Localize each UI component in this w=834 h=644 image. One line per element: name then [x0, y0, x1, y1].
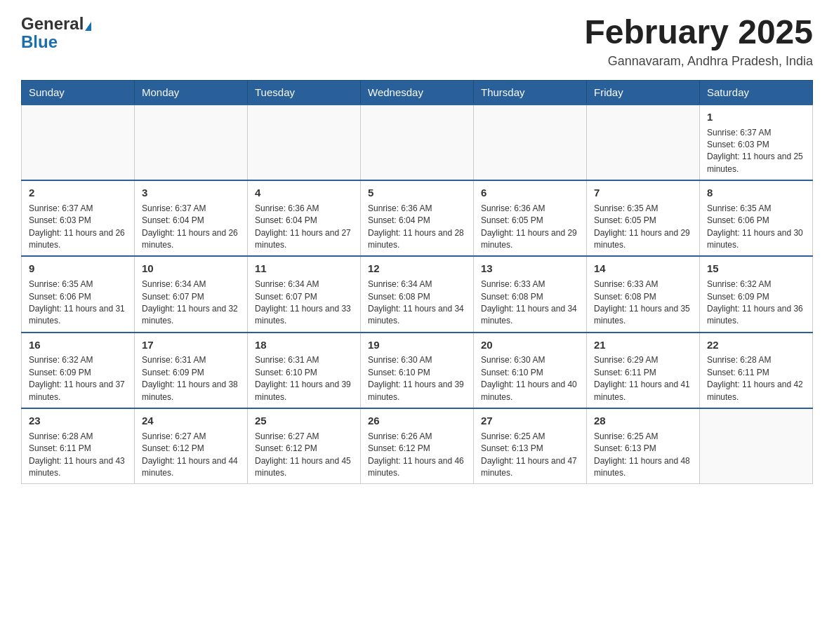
calendar-cell: [22, 105, 135, 180]
day-number: 10: [142, 261, 240, 276]
month-title: February 2025: [584, 14, 813, 51]
day-number: 23: [29, 413, 127, 429]
calendar-week-1: 1Sunrise: 6:37 AMSunset: 6:03 PMDaylight…: [22, 105, 813, 180]
title-area: February 2025 Gannavaram, Andhra Pradesh…: [584, 14, 813, 69]
logo: General Blue: [21, 14, 91, 52]
day-number: 7: [594, 185, 692, 201]
day-sun-info: Sunrise: 6:34 AMSunset: 6:07 PMDaylight:…: [255, 279, 353, 328]
day-number: 6: [481, 185, 579, 201]
calendar-cell: 16Sunrise: 6:32 AMSunset: 6:09 PMDayligh…: [22, 333, 135, 408]
calendar-cell: [474, 105, 587, 180]
weekday-header-thursday: Thursday: [474, 80, 587, 105]
day-sun-info: Sunrise: 6:35 AMSunset: 6:06 PMDaylight:…: [29, 279, 127, 328]
day-number: 16: [29, 337, 127, 353]
day-sun-info: Sunrise: 6:31 AMSunset: 6:09 PMDaylight:…: [142, 354, 240, 403]
day-sun-info: Sunrise: 6:32 AMSunset: 6:09 PMDaylight:…: [707, 279, 805, 328]
calendar-cell: [135, 105, 248, 180]
calendar-cell: 20Sunrise: 6:30 AMSunset: 6:10 PMDayligh…: [474, 333, 587, 408]
day-number: 27: [481, 413, 579, 429]
calendar-cell: [587, 105, 700, 180]
day-sun-info: Sunrise: 6:28 AMSunset: 6:11 PMDaylight:…: [707, 354, 805, 403]
day-number: 4: [255, 185, 353, 201]
calendar-cell: 1Sunrise: 6:37 AMSunset: 6:03 PMDaylight…: [700, 105, 813, 180]
calendar-cell: 7Sunrise: 6:35 AMSunset: 6:05 PMDaylight…: [587, 180, 700, 256]
calendar-cell: 3Sunrise: 6:37 AMSunset: 6:04 PMDaylight…: [135, 180, 248, 256]
calendar-cell: 14Sunrise: 6:33 AMSunset: 6:08 PMDayligh…: [587, 256, 700, 332]
weekday-header-sunday: Sunday: [22, 80, 135, 105]
day-number: 3: [142, 185, 240, 201]
calendar-cell: 22Sunrise: 6:28 AMSunset: 6:11 PMDayligh…: [700, 333, 813, 408]
calendar-cell: 15Sunrise: 6:32 AMSunset: 6:09 PMDayligh…: [700, 256, 813, 332]
day-sun-info: Sunrise: 6:33 AMSunset: 6:08 PMDaylight:…: [594, 279, 692, 328]
calendar-cell: 24Sunrise: 6:27 AMSunset: 6:12 PMDayligh…: [135, 408, 248, 484]
day-sun-info: Sunrise: 6:33 AMSunset: 6:08 PMDaylight:…: [481, 279, 579, 328]
day-sun-info: Sunrise: 6:35 AMSunset: 6:06 PMDaylight:…: [707, 203, 805, 252]
calendar-week-5: 23Sunrise: 6:28 AMSunset: 6:11 PMDayligh…: [22, 408, 813, 484]
day-number: 20: [481, 337, 579, 353]
calendar-cell: 13Sunrise: 6:33 AMSunset: 6:08 PMDayligh…: [474, 256, 587, 332]
day-sun-info: Sunrise: 6:36 AMSunset: 6:04 PMDaylight:…: [255, 203, 353, 252]
calendar-cell: 10Sunrise: 6:34 AMSunset: 6:07 PMDayligh…: [135, 256, 248, 332]
calendar-week-3: 9Sunrise: 6:35 AMSunset: 6:06 PMDaylight…: [22, 256, 813, 332]
weekday-header-tuesday: Tuesday: [248, 80, 361, 105]
day-sun-info: Sunrise: 6:28 AMSunset: 6:11 PMDaylight:…: [29, 431, 127, 480]
day-sun-info: Sunrise: 6:27 AMSunset: 6:12 PMDaylight:…: [142, 431, 240, 480]
day-number: 9: [29, 261, 127, 276]
day-sun-info: Sunrise: 6:37 AMSunset: 6:03 PMDaylight:…: [29, 203, 127, 252]
day-number: 15: [707, 261, 805, 276]
day-number: 5: [368, 185, 466, 201]
day-number: 25: [255, 413, 353, 429]
day-number: 26: [368, 413, 466, 429]
day-sun-info: Sunrise: 6:30 AMSunset: 6:10 PMDaylight:…: [368, 354, 466, 403]
day-number: 18: [255, 337, 353, 353]
calendar-cell: 12Sunrise: 6:34 AMSunset: 6:08 PMDayligh…: [361, 256, 474, 332]
calendar-cell: [361, 105, 474, 180]
calendar-table: SundayMondayTuesdayWednesdayThursdayFrid…: [21, 80, 813, 485]
day-sun-info: Sunrise: 6:25 AMSunset: 6:13 PMDaylight:…: [594, 431, 692, 480]
day-sun-info: Sunrise: 6:37 AMSunset: 6:03 PMDaylight:…: [707, 127, 805, 176]
day-sun-info: Sunrise: 6:34 AMSunset: 6:08 PMDaylight:…: [368, 279, 466, 328]
calendar-cell: 17Sunrise: 6:31 AMSunset: 6:09 PMDayligh…: [135, 333, 248, 408]
day-number: 24: [142, 413, 240, 429]
calendar-cell: 6Sunrise: 6:36 AMSunset: 6:05 PMDaylight…: [474, 180, 587, 256]
day-number: 2: [29, 185, 127, 201]
calendar-cell: 2Sunrise: 6:37 AMSunset: 6:03 PMDaylight…: [22, 180, 135, 256]
calendar-cell: 28Sunrise: 6:25 AMSunset: 6:13 PMDayligh…: [587, 408, 700, 484]
logo-general: General: [21, 14, 84, 33]
day-sun-info: Sunrise: 6:30 AMSunset: 6:10 PMDaylight:…: [481, 354, 579, 403]
day-number: 22: [707, 337, 805, 353]
calendar-cell: 19Sunrise: 6:30 AMSunset: 6:10 PMDayligh…: [361, 333, 474, 408]
day-number: 12: [368, 261, 466, 276]
page-header: General Blue February 2025 Gannavaram, A…: [21, 14, 813, 69]
calendar-cell: 18Sunrise: 6:31 AMSunset: 6:10 PMDayligh…: [248, 333, 361, 408]
calendar-cell: 11Sunrise: 6:34 AMSunset: 6:07 PMDayligh…: [248, 256, 361, 332]
logo-general-text: General: [21, 14, 91, 34]
weekday-header-wednesday: Wednesday: [361, 80, 474, 105]
calendar-cell: 21Sunrise: 6:29 AMSunset: 6:11 PMDayligh…: [587, 333, 700, 408]
calendar-week-4: 16Sunrise: 6:32 AMSunset: 6:09 PMDayligh…: [22, 333, 813, 408]
day-sun-info: Sunrise: 6:32 AMSunset: 6:09 PMDaylight:…: [29, 354, 127, 403]
day-number: 11: [255, 261, 353, 276]
calendar-header-row: SundayMondayTuesdayWednesdayThursdayFrid…: [22, 80, 813, 105]
calendar-cell: 8Sunrise: 6:35 AMSunset: 6:06 PMDaylight…: [700, 180, 813, 256]
calendar-cell: [700, 408, 813, 484]
day-number: 28: [594, 413, 692, 429]
calendar-cell: 26Sunrise: 6:26 AMSunset: 6:12 PMDayligh…: [361, 408, 474, 484]
day-sun-info: Sunrise: 6:29 AMSunset: 6:11 PMDaylight:…: [594, 354, 692, 403]
day-sun-info: Sunrise: 6:25 AMSunset: 6:13 PMDaylight:…: [481, 431, 579, 480]
day-number: 8: [707, 185, 805, 201]
day-number: 14: [594, 261, 692, 276]
calendar-cell: 9Sunrise: 6:35 AMSunset: 6:06 PMDaylight…: [22, 256, 135, 332]
calendar-cell: 23Sunrise: 6:28 AMSunset: 6:11 PMDayligh…: [22, 408, 135, 484]
day-number: 19: [368, 337, 466, 353]
day-sun-info: Sunrise: 6:27 AMSunset: 6:12 PMDaylight:…: [255, 431, 353, 480]
day-sun-info: Sunrise: 6:34 AMSunset: 6:07 PMDaylight:…: [142, 279, 240, 328]
weekday-header-friday: Friday: [587, 80, 700, 105]
calendar-cell: 25Sunrise: 6:27 AMSunset: 6:12 PMDayligh…: [248, 408, 361, 484]
calendar-cell: 4Sunrise: 6:36 AMSunset: 6:04 PMDaylight…: [248, 180, 361, 256]
weekday-header-saturday: Saturday: [700, 80, 813, 105]
day-number: 17: [142, 337, 240, 353]
day-sun-info: Sunrise: 6:26 AMSunset: 6:12 PMDaylight:…: [368, 431, 466, 480]
day-sun-info: Sunrise: 6:36 AMSunset: 6:04 PMDaylight:…: [368, 203, 466, 252]
logo-triangle-icon: [85, 22, 91, 31]
